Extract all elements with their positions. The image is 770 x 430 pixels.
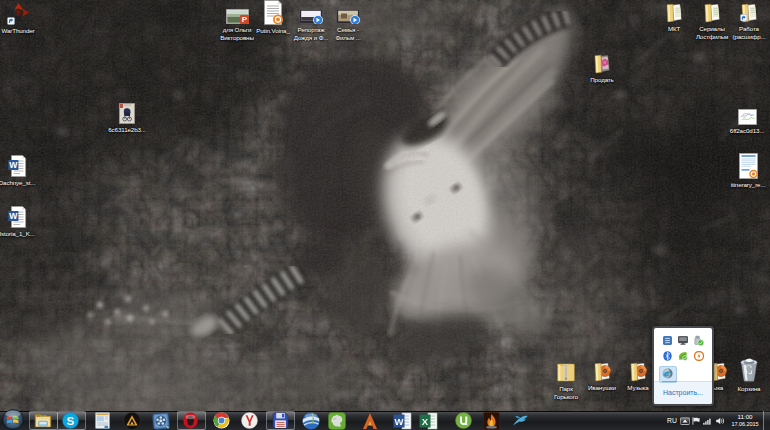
svg-text:S: S <box>67 415 75 427</box>
svg-text:W: W <box>9 160 18 170</box>
svg-text:X: X <box>422 415 429 426</box>
svg-text:W: W <box>9 211 18 221</box>
svg-text:W: W <box>395 415 404 426</box>
